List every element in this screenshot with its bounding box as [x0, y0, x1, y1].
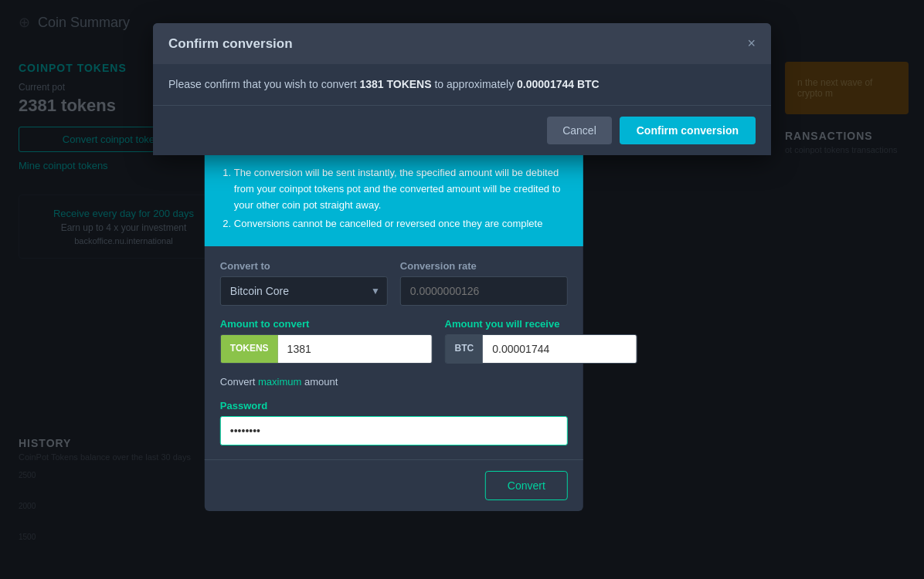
- amount-to-convert-label: Amount to convert: [220, 318, 433, 330]
- confirm-tokens-amount: 1381 TOKENS: [359, 78, 431, 90]
- amount-receive-group: Amount you will receive BTC: [445, 318, 638, 364]
- btc-input-wrapper: BTC: [445, 334, 638, 364]
- info-item-2: Conversions cannot be cancelled or rever…: [234, 216, 569, 232]
- confirm-modal-body: Please confirm that you wish to convert …: [153, 64, 771, 106]
- confirm-message-middle: to approximately: [432, 78, 518, 90]
- info-item-1: The conversion will be sent instantly, t…: [234, 165, 569, 213]
- convert-to-group: Convert to Bitcoin Core Bitcoin Cash Lit…: [220, 260, 388, 306]
- confirm-modal-close-button[interactable]: ×: [747, 36, 756, 52]
- convert-to-label: Convert to: [220, 260, 388, 272]
- convert-maximum-prefix: Convert: [220, 376, 258, 388]
- maximum-link[interactable]: maximum: [258, 376, 301, 388]
- conversion-modal: The conversion will be sent instantly, t…: [205, 154, 583, 511]
- convert-maximum-row: Convert maximum amount: [220, 376, 568, 388]
- convert-submit-button[interactable]: Convert: [485, 471, 568, 500]
- tokens-input-wrapper: TOKENS: [220, 334, 433, 364]
- form-row-amounts: Amount to convert TOKENS Amount you will…: [220, 318, 568, 364]
- form-row-top: Convert to Bitcoin Core Bitcoin Cash Lit…: [220, 260, 568, 306]
- confirm-modal-header: Confirm conversion ×: [153, 23, 771, 64]
- confirm-modal-title: Confirm conversion: [168, 36, 293, 52]
- confirm-modal: Confirm conversion × Please confirm that…: [153, 23, 771, 155]
- confirm-btc-amount: 0.00001744 BTC: [517, 78, 600, 90]
- btc-prefix: BTC: [446, 335, 484, 363]
- conversion-form: Convert to Bitcoin Core Bitcoin Cash Lit…: [205, 246, 583, 459]
- confirm-modal-footer: Cancel Confirm conversion: [153, 106, 771, 155]
- confirm-message-prefix: Please confirm that you wish to convert: [168, 78, 359, 90]
- confirm-conversion-button[interactable]: Confirm conversion: [620, 117, 756, 144]
- convert-maximum-suffix: amount: [301, 376, 338, 388]
- amount-receive-label: Amount you will receive: [445, 318, 638, 330]
- tokens-amount-input[interactable]: [278, 335, 432, 363]
- confirm-message: Please confirm that you wish to convert …: [168, 78, 600, 90]
- coin-select-wrapper: Bitcoin Core Bitcoin Cash Litecoin Dogec…: [220, 276, 388, 306]
- password-input[interactable]: [220, 416, 568, 445]
- modal-convert-footer: Convert: [205, 459, 583, 511]
- conversion-rate-input[interactable]: [400, 276, 568, 306]
- conversion-rate-label: Conversion rate: [400, 260, 568, 272]
- btc-amount-input[interactable]: [483, 335, 637, 363]
- cancel-button[interactable]: Cancel: [547, 117, 612, 144]
- info-banner: The conversion will be sent instantly, t…: [205, 154, 583, 246]
- password-label: Password: [220, 400, 568, 411]
- conversion-rate-group: Conversion rate: [400, 260, 568, 306]
- tokens-prefix: TOKENS: [221, 335, 278, 363]
- coin-select[interactable]: Bitcoin Core Bitcoin Cash Litecoin Dogec…: [220, 276, 388, 306]
- amount-to-convert-group: Amount to convert TOKENS: [220, 318, 433, 364]
